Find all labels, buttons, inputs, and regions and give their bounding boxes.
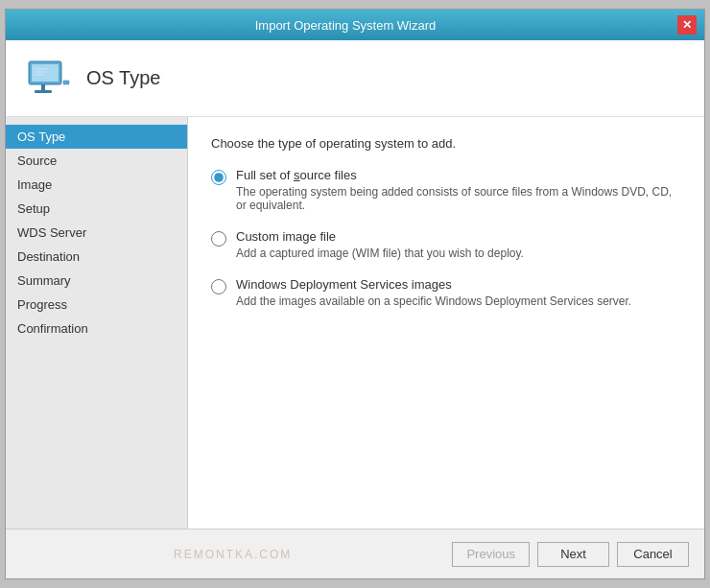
radio-full-source[interactable] [211, 170, 226, 185]
option-label-custom-image[interactable]: Custom image file [236, 229, 336, 244]
option-desc-full-source: The operating system being added consist… [236, 185, 681, 212]
option-label-full-source[interactable]: Full set of source files [236, 168, 357, 182]
svg-rect-1 [32, 64, 59, 82]
sidebar-item-os-type[interactable]: OS Type [6, 125, 187, 149]
option-desc-custom-image: Add a captured image (WIM file) that you… [236, 247, 524, 260]
cancel-button[interactable]: Cancel [617, 542, 689, 567]
option-custom-image: Custom image file Add a captured image (… [211, 229, 681, 260]
next-button[interactable]: Next [537, 542, 609, 567]
sidebar-item-image[interactable]: Image [6, 173, 187, 197]
option-wds-images: Windows Deployment Services images Add t… [211, 277, 681, 308]
sidebar-item-progress[interactable]: Progress [6, 293, 187, 317]
computer-icon [25, 56, 71, 102]
content-area: OS Type Source Image Setup WDS Server De… [6, 117, 704, 529]
close-button[interactable]: ✕ [677, 15, 697, 35]
option-group: Full set of source files The operating s… [211, 168, 681, 308]
svg-rect-2 [41, 84, 45, 91]
window-title: Import Operating System Wizard [13, 18, 677, 33]
wizard-window: Import Operating System Wizard ✕ OS Type [5, 9, 705, 579]
title-bar: Import Operating System Wizard ✕ [6, 10, 704, 40]
page-title: OS Type [86, 67, 160, 89]
main-panel: Choose the type of operating system to a… [188, 117, 704, 529]
sidebar-item-summary[interactable]: Summary [6, 269, 187, 293]
footer: REMONTKA.COM Previous Next Cancel [6, 529, 704, 578]
svg-rect-4 [63, 81, 69, 84]
radio-wds-images[interactable] [211, 279, 226, 294]
radio-custom-image[interactable] [211, 231, 226, 247]
watermark: REMONTKA.COM [21, 548, 444, 561]
option-label-wds-images[interactable]: Windows Deployment Services images [236, 277, 452, 292]
svg-rect-3 [35, 90, 52, 93]
sidebar-item-setup[interactable]: Setup [6, 197, 187, 221]
header-area: OS Type [6, 40, 704, 117]
sidebar-item-confirmation[interactable]: Confirmation [6, 317, 187, 341]
option-desc-wds-images: Add the images available on a specific W… [236, 294, 631, 308]
sidebar-item-wds-server[interactable]: WDS Server [6, 221, 187, 245]
previous-button[interactable]: Previous [452, 542, 530, 567]
sidebar: OS Type Source Image Setup WDS Server De… [6, 117, 188, 529]
instruction-text: Choose the type of operating system to a… [211, 136, 681, 151]
sidebar-item-destination[interactable]: Destination [6, 245, 187, 269]
option-full-source: Full set of source files The operating s… [211, 168, 681, 212]
sidebar-item-source[interactable]: Source [6, 149, 187, 173]
